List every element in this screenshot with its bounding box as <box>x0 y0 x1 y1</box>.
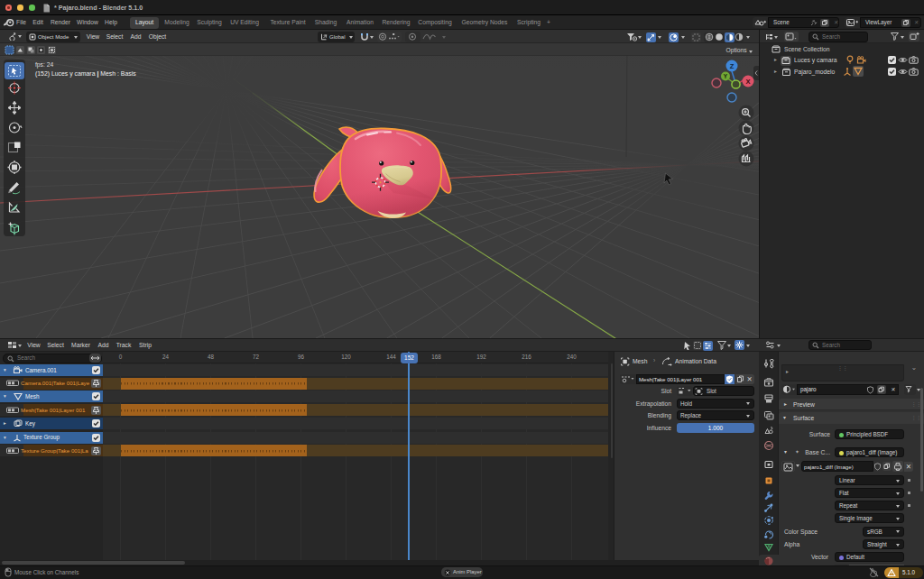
svg-text:Y: Y <box>724 73 728 79</box>
svg-text:X: X <box>745 78 750 86</box>
svg-text:Z: Z <box>730 62 735 70</box>
